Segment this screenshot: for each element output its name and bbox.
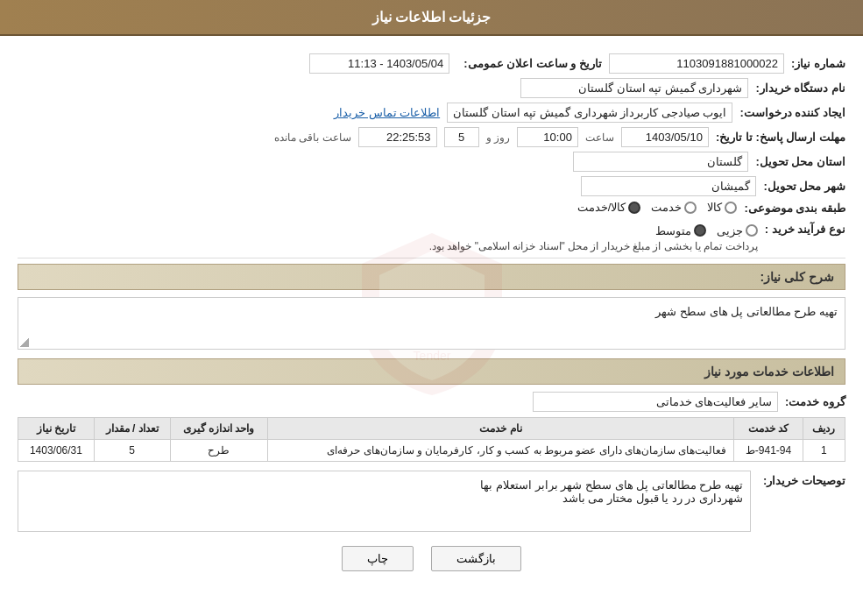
process-label: نوع فرآیند خرید :: [758, 221, 845, 236]
delivery-city-label: شهر محل تحویل:: [756, 180, 845, 193]
service-group-value: سایر فعالیت‌های خدماتی: [533, 392, 778, 412]
response-days-label: روز و: [486, 131, 510, 144]
general-desc-box: تهیه طرح مطالعاتی پل های سطح شهر: [18, 297, 845, 350]
category-khadamat-label: خدمت: [651, 201, 682, 214]
col-header-date: تاریخ نیاز: [18, 417, 95, 439]
process-jazii-option[interactable]: جزیی: [717, 224, 758, 237]
col-header-unit: واحد اندازه گیری: [170, 417, 267, 439]
delivery-city-value: گمیشان: [581, 176, 756, 196]
services-section-title: اطلاعات خدمات مورد نیاز: [18, 358, 845, 385]
col-header-row: ردیف: [803, 417, 845, 439]
buyer-notes-box: تهیه طرح مطالعاتی پل های سطح شهر برابر ا…: [18, 471, 751, 532]
process-motavaset-radio[interactable]: [694, 224, 706, 237]
need-number-label: شماره نیاز:: [784, 57, 845, 70]
cell-date: 1403/06/31: [18, 439, 95, 461]
delivery-province-label: استان محل تحویل:: [748, 155, 845, 168]
category-kala-khadamat-label: کالا/خدمت: [577, 201, 626, 214]
cell-row: 1: [803, 439, 845, 461]
response-time: 10:00: [517, 127, 578, 147]
response-deadline-label: مهلت ارسال پاسخ: تا تاریخ:: [709, 131, 845, 144]
col-header-quantity: تعداد / مقدار: [94, 417, 170, 439]
category-khadamat-radio[interactable]: [684, 202, 697, 214]
response-remaining-label: ساعت باقی مانده: [274, 131, 351, 144]
col-header-code: کد خدمت: [734, 417, 803, 439]
process-motavaset-label: متوسط: [655, 224, 691, 237]
service-group-label: گروه خدمت:: [778, 395, 845, 408]
resize-handle[interactable]: [20, 338, 29, 347]
contact-link[interactable]: اطلاعات تماس خریدار: [334, 106, 440, 119]
buyer-name-label: نام دستگاه خریدار:: [748, 81, 845, 95]
cell-quantity: 5: [94, 439, 170, 461]
announcement-date-label: تاریخ و ساعت اعلان عمومی:: [456, 57, 602, 70]
process-motavaset-option[interactable]: متوسط: [655, 224, 706, 237]
page-header: جزئیات اطلاعات نیاز: [0, 0, 863, 36]
response-date: 1403/05/10: [621, 127, 709, 147]
category-kala-khadamat-option[interactable]: کالا/خدمت: [577, 201, 641, 214]
category-kala-option[interactable]: کالا: [707, 201, 737, 214]
cell-name: فعالیت‌های سازمان‌های دارای عضو مربوط به…: [267, 439, 734, 461]
need-number-value: 1103091881000022: [609, 53, 784, 74]
announcement-date-value: 1403/05/04 - 11:13: [309, 53, 449, 74]
cell-code: 941-94-ط: [734, 439, 803, 461]
col-header-name: نام خدمت: [267, 417, 734, 439]
action-buttons: بازگشت چاپ: [18, 546, 845, 571]
response-remaining: 22:25:53: [358, 127, 437, 147]
back-button[interactable]: بازگشت: [431, 546, 521, 571]
cell-unit: طرح: [170, 439, 267, 461]
general-desc-value: تهیه طرح مطالعاتی پل های سطح شهر: [655, 305, 838, 318]
category-khadamat-option[interactable]: خدمت: [651, 201, 697, 214]
buyer-notes-value: تهیه طرح مطالعاتی پل های سطح شهر برابر ا…: [480, 478, 743, 505]
buyer-notes-label: توصیحات خریدار:: [758, 471, 845, 487]
response-days: 5: [444, 127, 479, 147]
table-row: 1 941-94-ط فعالیت‌های سازمان‌های دارای ع…: [18, 439, 845, 461]
category-kala-khadamat-radio[interactable]: [628, 202, 640, 214]
print-button[interactable]: چاپ: [342, 546, 414, 571]
creator-value: ایوب صیادجی کاربرداز شهرداری گمیش تپه اس…: [447, 103, 732, 123]
general-desc-section-title: شرح کلی نیاز:: [18, 264, 845, 290]
process-jazii-label: جزیی: [717, 224, 743, 237]
category-label: طبقه بندی موضوعی:: [737, 202, 845, 215]
buyer-name-value: شهرداری گمیش تپه استان گلستان: [520, 78, 748, 98]
category-kala-radio[interactable]: [725, 202, 737, 214]
creator-label: ایجاد کننده درخواست:: [732, 106, 845, 119]
response-time-label: ساعت: [585, 131, 614, 144]
page-title: جزئیات اطلاعات نیاز: [372, 10, 492, 25]
category-kala-label: کالا: [707, 201, 722, 214]
services-table: ردیف کد خدمت نام خدمت واحد اندازه گیری ت…: [18, 417, 845, 462]
category-radio-group: کالا خدمت کالا/خدمت: [577, 201, 738, 214]
delivery-province-value: گلستان: [573, 152, 748, 172]
process-jazii-radio[interactable]: [746, 224, 758, 237]
process-desc: پرداخت تمام یا بخشی از مبلغ خریدار از مح…: [18, 240, 758, 252]
